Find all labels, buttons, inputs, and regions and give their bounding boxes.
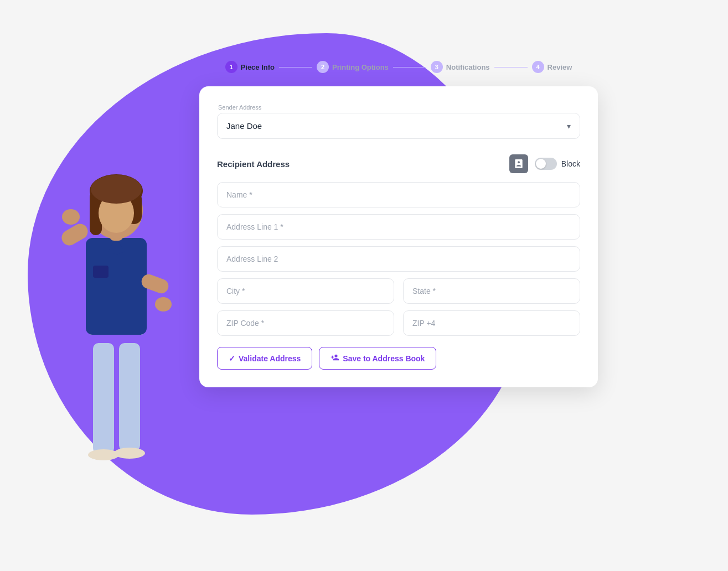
step-2-label: Printing Options (332, 63, 389, 71)
toggle-knob (536, 159, 546, 169)
sender-dropdown[interactable]: Jane Doe ▾ (217, 113, 580, 139)
block-label: Block (561, 159, 580, 168)
address-line1-input[interactable] (217, 214, 580, 240)
city-state-row (217, 278, 580, 310)
main-content: 1 Piece Info 2 Printing Options 3 Notifi… (199, 61, 598, 387)
step-connector-1 (279, 67, 312, 68)
block-toggle-switch[interactable] (535, 158, 557, 170)
zip-input[interactable] (217, 310, 394, 336)
zip4-input[interactable] (403, 310, 580, 336)
recipient-header: Recipient Address Block (217, 154, 580, 173)
svg-point-11 (155, 297, 172, 312)
svg-point-9 (62, 209, 80, 225)
validate-label: Validate Address (239, 354, 301, 363)
step-3: 3 Notifications (431, 61, 490, 73)
recipient-title: Recipient Address (217, 159, 290, 169)
step-4-circle: 4 (532, 61, 544, 73)
step-4: 4 Review (532, 61, 572, 73)
action-row: ✓ Validate Address Save to Address Book (217, 347, 580, 370)
address-line2-input[interactable] (217, 246, 580, 272)
form-card: Sender Address Jane Doe ▾ Recipient Addr… (199, 86, 598, 387)
validate-address-button[interactable]: ✓ Validate Address (217, 347, 312, 370)
city-input[interactable] (217, 278, 394, 304)
step-4-label: Review (548, 63, 572, 71)
add-person-icon (331, 353, 339, 364)
recipient-actions: Block (509, 154, 580, 173)
svg-rect-1 (119, 343, 140, 451)
svg-point-2 (88, 449, 119, 460)
woman-illustration (33, 111, 199, 498)
sender-section: Sender Address Jane Doe ▾ (217, 104, 580, 139)
step-connector-2 (393, 67, 426, 68)
state-input[interactable] (403, 278, 580, 304)
zip-row (217, 310, 580, 336)
save-to-address-book-button[interactable]: Save to Address Book (319, 347, 436, 370)
step-1-label: Piece Info (241, 63, 275, 71)
contact-book-icon-button[interactable] (509, 154, 528, 173)
step-2-circle: 2 (317, 61, 329, 73)
step-1: 1 Piece Info (225, 61, 275, 73)
checkmark-icon: ✓ (229, 354, 235, 363)
sender-value: Jane Doe (226, 121, 262, 131)
svg-rect-7 (93, 266, 109, 278)
step-2: 2 Printing Options (317, 61, 389, 73)
sender-label: Sender Address (217, 104, 580, 111)
step-connector-3 (494, 67, 528, 68)
step-3-circle: 3 (431, 61, 443, 73)
svg-point-18 (91, 175, 142, 204)
stepper: 1 Piece Info 2 Printing Options 3 Notifi… (199, 61, 598, 73)
name-input[interactable] (217, 182, 580, 207)
step-1-circle: 1 (225, 61, 237, 73)
step-3-label: Notifications (446, 63, 490, 71)
block-toggle[interactable]: Block (535, 158, 580, 170)
svg-rect-0 (93, 343, 114, 454)
save-label: Save to Address Book (343, 354, 425, 363)
svg-point-3 (114, 448, 145, 459)
chevron-down-icon: ▾ (567, 122, 571, 131)
